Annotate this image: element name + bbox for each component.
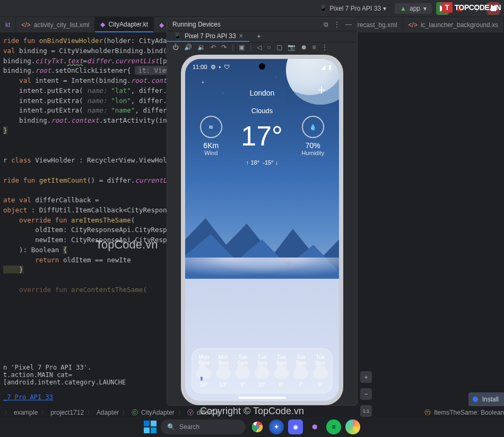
forecast-item: Mon6pm16° <box>194 354 214 388</box>
add-device-tab[interactable]: ＋ <box>249 31 268 42</box>
discord-icon[interactable]: ◉ <box>288 419 303 434</box>
hide-icon[interactable]: — <box>345 21 352 28</box>
top-toolbar: 📱 Pixel 7 Pro API 33 ▾ ▲ app ▾ 🐞 ⋮ T TOP… <box>0 0 504 17</box>
visual-studio-icon[interactable]: ⬢ <box>307 419 322 434</box>
zoom-in-button[interactable]: ＋ <box>360 371 372 383</box>
nav-pill[interactable] <box>238 397 286 399</box>
volume-down-icon[interactable]: 🔉 <box>197 44 205 51</box>
settings-icon[interactable]: ≡ <box>312 44 316 51</box>
record-icon[interactable]: ⏺ <box>301 44 307 51</box>
forecast-item: Tue0pm9° <box>310 354 330 388</box>
emulator-actions: ⏻ 🔊 🔉 ↶ ↷ | ▣ | ◁ ○ ▢ 📷 ⏺ ≡ ⋮ <box>167 42 357 53</box>
humidity-metric: 💧 70% Humidity <box>301 116 324 156</box>
status-bar: 11:00 ⚙ • 🛡 ◢ ▮ <box>185 59 339 75</box>
forecast-item: Tue9am7° <box>291 354 311 388</box>
taskbar-search[interactable]: 🔍 Search <box>161 419 246 434</box>
crumb[interactable]: example <box>14 409 38 416</box>
overview-icon[interactable]: ▢ <box>276 44 282 51</box>
chrome-icon[interactable] <box>250 419 265 434</box>
app-icon[interactable] <box>345 419 360 434</box>
signal-icon: ◢ <box>321 64 325 71</box>
phone-icon: 📱 <box>173 32 181 40</box>
windows-taskbar: 🔍 Search ✦ ◉ ⬢ ≡ <box>0 417 504 437</box>
crumb[interactable]: differCa <box>197 409 219 416</box>
droplet-icon: 💧 <box>309 124 317 131</box>
install-pill[interactable]: Install <box>468 392 504 406</box>
forecast-item: Mon9pm13° <box>214 354 233 388</box>
crumb[interactable]: project1712 <box>50 409 84 416</box>
chevron-down-icon: ▾ <box>383 5 386 12</box>
device-screen[interactable]: ✦·· 11:00 ⚙ • 🛡 ◢ ▮ ＋ London <box>185 59 339 401</box>
log-link[interactable]: _7 Pro API 33 <box>3 393 53 401</box>
android-icon: ▲ <box>400 5 406 12</box>
rotate-right-icon[interactable]: ↷ <box>221 44 227 51</box>
config-name: app <box>410 5 420 12</box>
home-icon[interactable]: ○ <box>267 44 271 51</box>
dot-icon: • <box>219 64 221 70</box>
running-devices-panel: Running Devices ⧉ ⋮ — 📱 Pixel 7 Pro API … <box>167 18 358 406</box>
mode-icon[interactable]: ▣ <box>239 44 245 51</box>
device-selector[interactable]: 📱 Pixel 7 Pro API 33 ▾ <box>315 4 390 13</box>
run-log: n 'Pixel 7 Pro API 33'. t.action.MAIN ca… <box>0 361 166 404</box>
start-button[interactable] <box>144 421 157 433</box>
crumb[interactable]: CityAdapter <box>141 409 175 416</box>
device-tab-label: Pixel 7 Pro API 33 <box>185 32 236 40</box>
forecast-item: Tue0am9° <box>233 354 253 388</box>
tab-activity-city-list[interactable]: </>activity_city_list.xml <box>16 17 95 32</box>
tab-label: ic_launcher_background.xs <box>421 21 498 29</box>
crumb[interactable]: Adapter <box>97 409 119 416</box>
kebab-icon[interactable]: ⋮ <box>321 44 328 51</box>
chevron-down-icon: ▾ <box>423 5 427 12</box>
clock: 11:00 <box>193 64 207 70</box>
copilot-icon[interactable]: ✦ <box>269 419 284 434</box>
phone-icon: 📱 <box>319 5 327 12</box>
forecast-item: Tue6am8° <box>272 354 291 388</box>
xml-icon: </> <box>21 21 30 29</box>
forecast-item: Tue3am10° <box>253 354 272 388</box>
run-config-selector[interactable]: ▲ app ▾ <box>395 3 432 14</box>
device-name: Pixel 7 Pro API 33 <box>329 5 381 12</box>
spotify-icon[interactable]: ≡ <box>326 419 341 434</box>
high-low: ↑ 18° -15° ↓ <box>185 159 339 166</box>
kebab-icon[interactable]: ⋮ <box>334 21 340 28</box>
crumb[interactable]: ItemsTheSame: Boolean <box>434 409 504 416</box>
wind-icon: ≋ <box>208 124 213 131</box>
watermark-logo: T TOPCODE.VN <box>442 2 501 13</box>
search-placeholder: Search <box>179 423 199 431</box>
gear-icon: ⚙ <box>211 64 216 71</box>
wind-metric: ≋ 6Km Wind <box>200 116 222 156</box>
battery-icon: ▮ <box>328 64 332 71</box>
volume-up-icon[interactable]: 🔊 <box>184 44 192 51</box>
tab-label: forecast_bg.xml <box>352 21 397 29</box>
tab-launcher-bg[interactable]: </>ic_launcher_background.xs <box>403 17 504 32</box>
device-tab[interactable]: 📱 Pixel 7 Pro API 33 × <box>167 31 249 42</box>
device-frame: ✦·· 11:00 ⚙ • 🛡 ◢ ▮ ＋ London <box>181 55 343 405</box>
tab-label: activity_city_list.xml <box>34 21 90 29</box>
shield-icon: 🛡 <box>224 64 230 70</box>
forecast-card: Mon6pm16° Mon9pm13° Tue0am9° Tue3am10° T… <box>192 348 333 393</box>
power-icon[interactable]: ⏻ <box>172 44 179 51</box>
tab-cityadapter[interactable]: ◆CityAdapter.kt <box>95 17 154 32</box>
temperature: 17° <box>241 122 283 150</box>
back-icon[interactable]: ◁ <box>257 44 262 51</box>
open-window-icon[interactable]: ⧉ <box>324 21 328 28</box>
tab-label: CityAdapter.kt <box>108 21 148 28</box>
search-icon: 🔍 <box>167 423 175 431</box>
tab-kt-prev[interactable]: kt <box>0 17 16 32</box>
condition-label: Clouds <box>185 107 339 115</box>
screenshot-icon[interactable]: 📷 <box>288 44 296 51</box>
rotate-left-icon[interactable]: ↶ <box>211 44 216 51</box>
xml-icon: </> <box>409 21 418 29</box>
kotlin-icon: ◆ <box>100 21 105 28</box>
add-location-button[interactable]: ＋ <box>315 80 328 99</box>
close-icon[interactable]: × <box>239 32 243 40</box>
panel-title: Running Devices <box>172 21 221 28</box>
zoom-out-button[interactable]: − <box>360 388 372 400</box>
